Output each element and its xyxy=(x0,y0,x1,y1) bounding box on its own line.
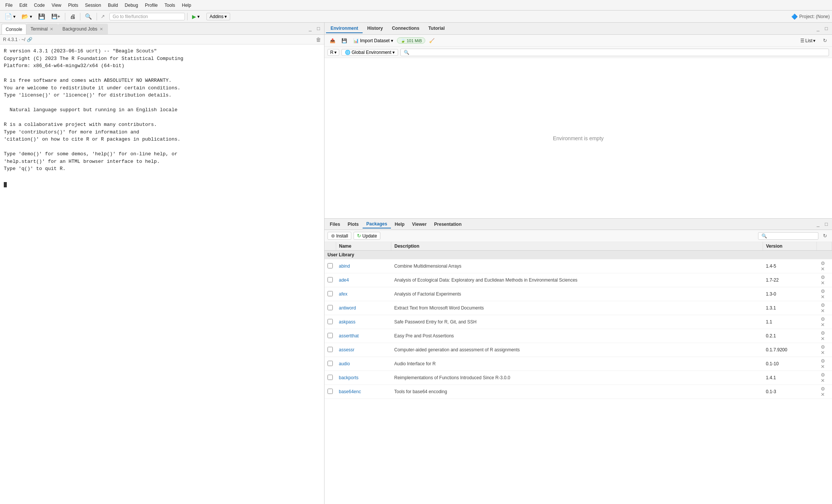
pkg-checkbox-afex[interactable] xyxy=(328,291,333,296)
pkg-update-btn-antiword[interactable]: ⚙ xyxy=(820,302,826,308)
pkg-remove-btn-askpass[interactable]: ✕ xyxy=(820,322,826,328)
menu-view[interactable]: View xyxy=(49,2,65,9)
maximize-right-top-button[interactable]: □ xyxy=(822,25,830,33)
console-output[interactable]: R version 4.3.1 (2023-06-16 ucrt) -- "Be… xyxy=(0,44,324,504)
pkg-link-backports[interactable]: backports xyxy=(339,375,358,380)
tab-plots[interactable]: Plots xyxy=(344,221,362,228)
pkg-update-btn-backports[interactable]: ⚙ xyxy=(820,372,826,378)
menu-debug[interactable]: Debug xyxy=(122,2,141,9)
update-button[interactable]: ↻ Update xyxy=(354,232,380,240)
pkg-link-base64enc[interactable]: base64enc xyxy=(339,389,361,394)
tab-presentation[interactable]: Presentation xyxy=(431,221,466,228)
pkg-checkbox-audio[interactable] xyxy=(328,361,333,366)
find-button[interactable]: 🔍 xyxy=(83,12,94,21)
pkg-checkbox-cell[interactable] xyxy=(324,343,336,357)
pkg-update-btn-askpass[interactable]: ⚙ xyxy=(820,316,826,322)
pkg-remove-btn-assertthat[interactable]: ✕ xyxy=(820,336,826,342)
pkg-checkbox-cell[interactable] xyxy=(324,357,336,371)
tab-help[interactable]: Help xyxy=(391,221,408,228)
pkg-checkbox-cell[interactable] xyxy=(324,301,336,315)
new-file-button[interactable]: 📄 ▾ xyxy=(2,12,18,21)
pkg-remove-btn-audio[interactable]: ✕ xyxy=(820,364,826,369)
col-description[interactable]: Description xyxy=(391,242,763,251)
tab-connections[interactable]: Connections xyxy=(388,24,424,33)
pkg-checkbox-ade4[interactable] xyxy=(328,277,333,282)
collapse-left-button[interactable]: _ xyxy=(306,25,314,33)
pkg-checkbox-cell[interactable] xyxy=(324,329,336,343)
pkg-checkbox-abind[interactable] xyxy=(328,263,333,268)
tab-viewer[interactable]: Viewer xyxy=(408,221,430,228)
open-file-button[interactable]: 📂 ▾ xyxy=(19,12,34,21)
tab-console[interactable]: Console xyxy=(2,24,26,34)
pkg-checkbox-assessr[interactable] xyxy=(328,347,333,352)
pkg-checkbox-backports[interactable] xyxy=(328,375,333,380)
pkg-link-askpass[interactable]: askpass xyxy=(339,319,355,325)
pkg-link-audio[interactable]: audio xyxy=(339,361,350,366)
pkg-link-afex[interactable]: afex xyxy=(339,291,348,297)
menu-plots[interactable]: Plots xyxy=(65,2,82,9)
menu-session[interactable]: Session xyxy=(82,2,104,9)
pkg-checkbox-cell[interactable] xyxy=(324,259,336,273)
pkg-remove-btn-afex[interactable]: ✕ xyxy=(820,294,826,300)
pkg-update-btn-assessr[interactable]: ⚙ xyxy=(820,344,826,350)
run-code-button[interactable]: ▶ ▾ xyxy=(190,13,202,20)
menu-tools[interactable]: Tools xyxy=(161,2,178,9)
pkg-checkbox-base64enc[interactable] xyxy=(328,389,333,394)
pkg-checkbox-askpass[interactable] xyxy=(328,319,333,324)
pkg-checkbox-cell[interactable] xyxy=(324,287,336,301)
tab-terminal-close[interactable]: ✕ xyxy=(49,27,54,32)
packages-table-container[interactable]: Name Description Version User Library ab… xyxy=(324,242,832,504)
pkg-update-btn-base64enc[interactable]: ⚙ xyxy=(820,386,826,392)
pkg-checkbox-cell[interactable] xyxy=(324,273,336,287)
save-workspace-button[interactable]: 💾 xyxy=(339,37,349,44)
collapse-right-top-button[interactable]: _ xyxy=(814,25,822,33)
menu-profile[interactable]: Profile xyxy=(142,2,161,9)
global-env-button[interactable]: 🌐 Global Environment ▾ xyxy=(341,49,398,56)
pkg-checkbox-cell[interactable] xyxy=(324,385,336,399)
refresh-packages-button[interactable]: ↻ xyxy=(821,232,829,240)
pkg-update-btn-afex[interactable]: ⚙ xyxy=(820,288,826,294)
console-clear-button[interactable]: 🗑 xyxy=(316,37,321,43)
pkg-update-btn-ade4[interactable]: ⚙ xyxy=(820,274,826,280)
collapse-right-bottom-button[interactable]: _ xyxy=(814,220,822,228)
menu-edit[interactable]: Edit xyxy=(16,2,30,9)
pkg-remove-btn-abind[interactable]: ✕ xyxy=(820,266,826,272)
menu-help[interactable]: Help xyxy=(179,2,194,9)
menu-file[interactable]: File xyxy=(2,2,15,9)
pkg-checkbox-cell[interactable] xyxy=(324,315,336,329)
addins-button[interactable]: Addins ▾ xyxy=(206,13,231,20)
pkg-remove-btn-antiword[interactable]: ✕ xyxy=(820,308,826,314)
pkg-link-antiword[interactable]: antiword xyxy=(339,305,356,311)
r-version-button[interactable]: R ▾ xyxy=(328,49,339,56)
load-workspace-button[interactable]: 📤 xyxy=(328,37,338,44)
pkg-link-ade4[interactable]: ade4 xyxy=(339,277,349,283)
menu-build[interactable]: Build xyxy=(105,2,121,9)
tab-background-jobs[interactable]: Background Jobs ✕ xyxy=(58,24,108,34)
pkg-checkbox-assertthat[interactable] xyxy=(328,333,333,338)
tab-terminal[interactable]: Terminal ✕ xyxy=(26,24,58,34)
col-version[interactable]: Version xyxy=(763,242,817,251)
tab-history[interactable]: History xyxy=(363,24,387,33)
tab-packages[interactable]: Packages xyxy=(363,220,391,228)
pkg-checkbox-antiword[interactable] xyxy=(328,305,333,310)
pkg-update-btn-assertthat[interactable]: ⚙ xyxy=(820,330,826,336)
import-dataset-button[interactable]: 📊 Import Dataset ▾ xyxy=(351,37,395,44)
install-button[interactable]: ⊕ Install xyxy=(328,232,351,240)
menu-code[interactable]: Code xyxy=(31,2,48,9)
list-view-button[interactable]: ☰ List ▾ xyxy=(798,37,818,44)
pkg-link-abind[interactable]: abind xyxy=(339,263,350,269)
env-search-input[interactable] xyxy=(400,49,829,56)
tab-tutorial[interactable]: Tutorial xyxy=(424,24,449,33)
maximize-right-bottom-button[interactable]: □ xyxy=(822,220,830,228)
clear-env-button[interactable]: 🧹 xyxy=(427,37,437,44)
col-name[interactable]: Name xyxy=(336,242,391,251)
save-all-button[interactable]: 💾+ xyxy=(49,13,63,20)
pkg-checkbox-cell[interactable] xyxy=(324,371,336,385)
tab-environment[interactable]: Environment xyxy=(326,24,363,33)
pkg-link-assessr[interactable]: assessr xyxy=(339,347,354,352)
pkg-remove-btn-base64enc[interactable]: ✕ xyxy=(820,392,826,397)
maximize-left-button[interactable]: □ xyxy=(314,25,323,33)
pkg-update-btn-audio[interactable]: ⚙ xyxy=(820,358,826,364)
save-button[interactable]: 💾 xyxy=(36,12,48,21)
pkg-remove-btn-assessr[interactable]: ✕ xyxy=(820,350,826,355)
